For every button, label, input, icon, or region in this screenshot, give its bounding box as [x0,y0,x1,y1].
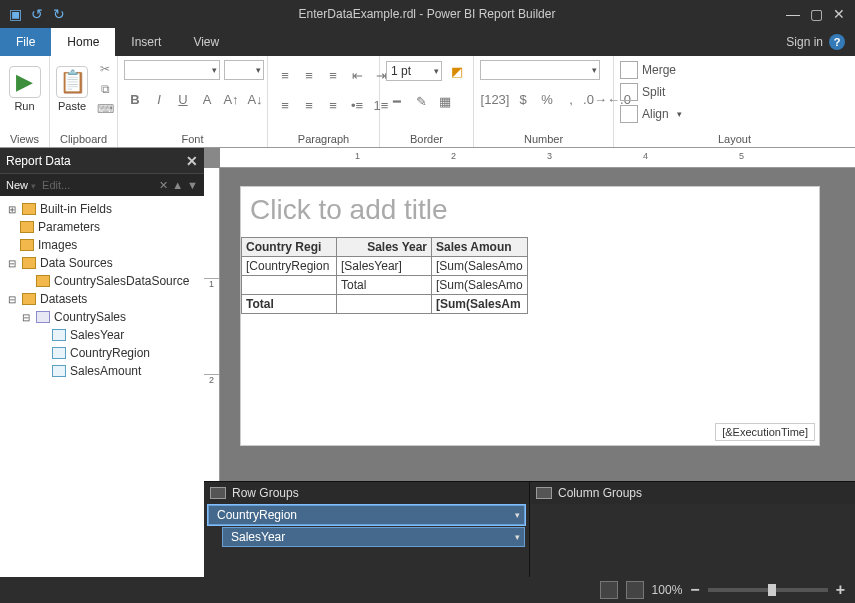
report-body[interactable]: Click to add title Country Regi Sales Ye… [240,186,820,446]
tree-field-countryregion[interactable]: CountryRegion [70,346,150,360]
tablix[interactable]: Country Regi Sales Year Sales Amoun [Cou… [241,237,528,314]
percent-button[interactable]: % [536,88,558,110]
font-size-combo[interactable]: ▾ [224,60,264,80]
view-tab[interactable]: View [177,28,235,56]
align-middle-button[interactable]: ≡ [298,94,320,116]
folder-icon [22,293,36,305]
run-label: Run [14,100,34,112]
file-tab[interactable]: File [0,28,51,56]
pen-color-button[interactable]: ✎ [410,90,432,112]
border-style-button[interactable]: ━ [386,90,408,112]
design-surface[interactable]: Click to add title Country Regi Sales Ye… [220,168,855,481]
font-family-combo[interactable]: ▾ [124,60,220,80]
underline-button[interactable]: U [172,88,194,110]
tree-field-salesamount[interactable]: SalesAmount [70,364,141,378]
cut-icon[interactable]: ✂ [94,60,116,78]
minimize-button[interactable]: — [786,6,800,22]
edit-button: Edit... [42,179,70,191]
zoom-in-button[interactable]: + [836,581,845,599]
sign-in-label: Sign in [786,35,823,49]
decrease-indent-button[interactable]: ⇤ [346,64,368,86]
execution-time-textbox[interactable]: [&ExecutionTime] [715,423,815,441]
comma-button[interactable]: , [560,88,582,110]
datasource-icon [36,275,50,287]
tree-parameters[interactable]: Parameters [38,220,100,234]
cell-subtotal-label[interactable]: Total [337,276,432,295]
bold-button[interactable]: B [124,88,146,110]
tree-images[interactable]: Images [38,238,77,252]
align-top-button[interactable]: ≡ [274,94,296,116]
cell-sales-year[interactable]: [SalesYear] [337,257,432,276]
cell-sales-amount[interactable]: [Sum(SalesAmo [432,257,528,276]
tree-data-sources[interactable]: Data Sources [40,256,113,270]
increase-decimal-button[interactable]: .0→ [584,88,606,110]
dataset-icon [36,311,50,323]
new-menu[interactable]: New ▾ [6,179,36,191]
number-format-combo[interactable]: ▾ [480,60,600,80]
cell-subtotal-amount[interactable]: [Sum(SalesAmo [432,276,528,295]
font-color-button[interactable]: A [196,88,218,110]
border-color-button[interactable]: ◩ [446,60,468,82]
split-label: Split [642,85,665,99]
cell-grandtotal-blank[interactable] [337,295,432,314]
move-up-icon[interactable]: ▲ [172,179,183,192]
align-center-button[interactable]: ≡ [298,64,320,86]
align-left-button[interactable]: ≡ [274,64,296,86]
maximize-button[interactable]: ▢ [810,6,823,22]
delete-icon[interactable]: ✕ [159,179,168,192]
border-width-combo[interactable]: 1 pt▾ [386,61,442,81]
align-button[interactable]: Align▾ [620,104,682,124]
design-view-icon[interactable] [600,581,618,599]
undo-icon[interactable]: ↺ [28,5,46,23]
currency-button[interactable]: $ [512,88,534,110]
copy-icon[interactable]: ⧉ [94,80,116,98]
home-tab[interactable]: Home [51,28,115,56]
run-button[interactable]: ▶ Run [6,60,43,118]
tree-country-sales-datasource[interactable]: CountrySalesDataSource [54,274,189,288]
header-country-region[interactable]: Country Regi [242,238,337,257]
row-group-countryregion[interactable]: CountryRegion▾ [208,505,525,525]
zoom-slider[interactable] [708,588,828,592]
close-pane-button[interactable]: ✕ [186,153,198,169]
layout-group-label: Layout [620,131,849,145]
placeholder-button[interactable]: [123] [480,88,510,110]
split-button[interactable]: Split [620,82,665,102]
tree-datasets[interactable]: Datasets [40,292,87,306]
borders-button[interactable]: ▦ [434,90,456,112]
close-button[interactable]: ✕ [833,6,845,22]
move-down-icon[interactable]: ▼ [187,179,198,192]
tree-field-salesyear[interactable]: SalesYear [70,328,124,342]
format-painter-icon[interactable]: ⌨ [94,100,116,118]
zoom-level[interactable]: 100% [652,583,683,597]
align-right-button[interactable]: ≡ [322,64,344,86]
preview-icon[interactable] [626,581,644,599]
bullets-button[interactable]: •≡ [346,94,368,116]
folder-icon [20,239,34,251]
report-data-tree[interactable]: ⊞Built-in Fields Parameters Images ⊟Data… [0,196,204,577]
insert-tab[interactable]: Insert [115,28,177,56]
column-groups-label: Column Groups [558,486,642,500]
cell-country-region[interactable]: [CountryRegion [242,257,337,276]
redo-icon[interactable]: ↻ [50,5,68,23]
cell-grandtotal-label[interactable]: Total [242,295,337,314]
column-groups-icon [536,487,552,499]
paste-button[interactable]: 📋 Paste [56,60,88,118]
tree-built-in-fields[interactable]: Built-in Fields [40,202,112,216]
title-placeholder[interactable]: Click to add title [241,187,819,237]
row-group-salesyear[interactable]: SalesYear▾ [222,527,525,547]
align-bottom-button[interactable]: ≡ [322,94,344,116]
italic-button[interactable]: I [148,88,170,110]
header-sales-amount[interactable]: Sales Amoun [432,238,528,257]
header-sales-year[interactable]: Sales Year [337,238,432,257]
help-icon[interactable]: ? [829,34,845,50]
tree-country-sales[interactable]: CountrySales [54,310,126,324]
field-icon [52,329,66,341]
shrink-font-button[interactable]: A↓ [244,88,266,110]
horizontal-ruler: 1 2 3 4 5 [220,148,855,168]
sign-in-link[interactable]: Sign in ? [776,28,855,56]
cell-grandtotal-amount[interactable]: [Sum(SalesAm [432,295,528,314]
zoom-out-button[interactable]: − [690,581,699,599]
cell-subtotal-blank[interactable] [242,276,337,295]
grow-font-button[interactable]: A↑ [220,88,242,110]
merge-button[interactable]: Merge [620,60,676,80]
